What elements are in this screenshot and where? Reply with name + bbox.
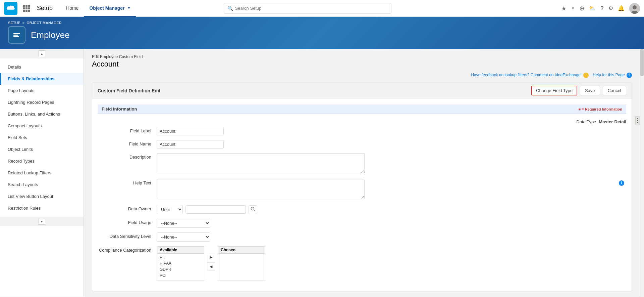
help-text-textarea[interactable] <box>157 179 365 199</box>
field-name-input[interactable] <box>157 140 224 148</box>
sidebar-scroll-down[interactable]: ▼ <box>0 217 84 226</box>
nav-tab-object-manager[interactable]: Object Manager ▼ <box>84 0 136 17</box>
data-owner-label: Data Owner <box>98 205 151 211</box>
sidebar: ▲ Details Fields & Relationships Page La… <box>0 49 84 297</box>
scrollbar-thumb[interactable] <box>640 49 644 76</box>
object-name: Employee <box>31 30 70 40</box>
compliance-move-right-btn[interactable]: ▶ <box>207 253 215 261</box>
help-text-label: Help Text <box>98 179 151 185</box>
field-name-field <box>157 140 626 148</box>
sub-banner: SETUP > OBJECT MANAGER Employee <box>0 17 644 49</box>
change-field-type-button[interactable]: Change Field Type <box>531 86 577 95</box>
field-info-header: Field Information ■ = Required Informati… <box>98 104 626 114</box>
idea-exchange-icon[interactable]: ! <box>583 73 589 78</box>
new-icon[interactable]: ⊕ <box>579 5 584 12</box>
compliance-chosen-list[interactable] <box>218 254 265 281</box>
description-label: Description <box>98 153 151 160</box>
field-name-row: Field Name <box>98 140 626 148</box>
compliance-available-wrap: Available PII HIPAA GDPR PCI <box>157 246 204 281</box>
sidebar-item-record-types[interactable]: Record Types <box>0 155 84 167</box>
scroll-up-btn[interactable]: ▲ <box>39 50 45 57</box>
compliance-item-pci[interactable]: PCI <box>157 272 204 279</box>
scroll-down-btn[interactable]: ▼ <box>39 218 45 225</box>
data-sensitivity-label: Data Sensitivity Level <box>98 232 151 239</box>
sidebar-scroll-up[interactable]: ▲ <box>0 49 84 58</box>
help-text-info-icon[interactable]: i <box>619 180 624 186</box>
compliance-move-left-btn[interactable]: ◀ <box>207 262 215 270</box>
gear-icon[interactable]: ⚙ <box>608 5 613 11</box>
compliance-item-gdpr[interactable]: GDPR <box>157 266 204 272</box>
sidebar-item-compact-layouts[interactable]: Compact Layouts <box>0 120 84 132</box>
data-owner-lookup-btn[interactable] <box>249 205 257 214</box>
field-edit-subtitle: Edit Employee Custom Field <box>92 54 632 59</box>
scroll-indicator-dot <box>637 120 638 121</box>
nav-tabs: Home Object Manager ▼ <box>61 0 136 17</box>
compliance-item-hipaa[interactable]: HIPAA <box>157 260 204 266</box>
save-button[interactable]: Save <box>580 86 600 95</box>
compliance-item-pii[interactable]: PII <box>157 254 204 260</box>
sidebar-item-fields-relationships[interactable]: Fields & Relationships <box>0 73 84 85</box>
compliance-chosen-header: Chosen <box>218 247 265 254</box>
data-owner-input[interactable] <box>185 205 246 214</box>
data-type-label: Data Type <box>576 119 596 124</box>
sidebar-item-lightning-record-pages[interactable]: Lightning Record Pages <box>0 96 84 108</box>
description-field <box>157 153 626 174</box>
app-switcher[interactable] <box>23 5 30 12</box>
breadcrumb-object-manager[interactable]: OBJECT MANAGER <box>26 21 62 25</box>
sidebar-item-field-sets[interactable]: Field Sets <box>0 132 84 143</box>
search-input[interactable] <box>235 6 388 11</box>
data-sensitivity-field: --None-- Low Medium High Restricted <box>157 232 626 242</box>
field-label-field <box>157 127 626 135</box>
sidebar-item-object-limits[interactable]: Object Limits <box>0 143 84 155</box>
field-label-input[interactable] <box>157 127 224 135</box>
help-link[interactable]: Help for this Page <box>593 73 625 77</box>
data-sensitivity-row: Data Sensitivity Level --None-- Low Medi… <box>98 232 626 242</box>
feedback-link[interactable]: Have feedback on lookup filters? Comment… <box>471 73 582 77</box>
field-name-label: Field Name <box>98 140 151 146</box>
help-text-row: Help Text i <box>98 179 626 200</box>
data-sensitivity-select[interactable]: --None-- Low Medium High Restricted <box>157 232 210 242</box>
compliance-label: Compliance Categorization <box>98 246 151 253</box>
svg-point-1 <box>633 5 637 9</box>
sidebar-item-list-view-button-layout[interactable]: List View Button Layout <box>0 190 84 202</box>
sidebar-item-buttons-links-actions[interactable]: Buttons, Links, and Actions <box>0 108 84 120</box>
compliance-arrows: ▶ ◀ <box>207 246 215 270</box>
avatar[interactable] <box>629 3 640 14</box>
content-scrollbar[interactable] <box>640 49 644 297</box>
content-area: Edit Employee Custom Field Account Have … <box>84 49 640 297</box>
form-card-title: Custom Field Definition Edit <box>98 88 160 93</box>
sidebar-item-page-layouts[interactable]: Page Layouts <box>0 85 84 96</box>
bell-icon[interactable]: 🔔 <box>618 5 625 11</box>
dropdown-icon: ▼ <box>127 6 130 10</box>
top-nav: Setup Home Object Manager ▼ 🔍 ★ ▼ ⊕ ⛅ ? … <box>0 0 644 17</box>
help-text-field: i <box>157 179 626 200</box>
description-row: Description <box>98 153 626 174</box>
scroll-indicator-dot <box>637 118 638 119</box>
favorites-dropdown-icon[interactable]: ▼ <box>571 6 575 10</box>
section-title: Field Information <box>102 107 137 112</box>
search-icon: 🔍 <box>227 6 233 11</box>
required-legend: ■ = Required Information <box>579 107 622 111</box>
compliance-available-list[interactable]: PII HIPAA GDPR PCI <box>157 254 204 281</box>
sidebar-item-restriction-rules[interactable]: Restriction Rules <box>0 202 84 214</box>
right-scroll-indicator[interactable] <box>635 116 640 125</box>
data-owner-row: Data Owner User Group Queue <box>98 205 626 214</box>
field-usage-select[interactable]: --None-- PII HIPAA GDPR PCI <box>157 219 210 228</box>
favorites-icon[interactable]: ★ <box>561 5 567 12</box>
sidebar-item-details[interactable]: Details <box>0 61 84 73</box>
help-icon[interactable]: ? <box>627 73 632 78</box>
sidebar-item-related-lookup-filters[interactable]: Related Lookup Filters <box>0 167 84 179</box>
sidebar-item-search-layouts[interactable]: Search Layouts <box>0 179 84 190</box>
breadcrumb-setup[interactable]: SETUP <box>8 21 20 25</box>
feedback-bar: Have feedback on lookup filters? Comment… <box>92 73 632 78</box>
breadcrumb-sep: > <box>22 21 24 25</box>
data-owner-select[interactable]: User Group Queue <box>157 205 183 214</box>
setup-title: Setup <box>37 5 53 12</box>
nav-tab-home[interactable]: Home <box>61 0 84 17</box>
cancel-button[interactable]: Cancel <box>603 86 626 95</box>
help-training-icon[interactable]: ⛅ <box>589 5 596 11</box>
sidebar-nav: Details Fields & Relationships Page Layo… <box>0 58 84 217</box>
description-textarea[interactable] <box>157 153 365 173</box>
question-icon[interactable]: ? <box>600 5 604 11</box>
search-bar: 🔍 <box>224 3 391 14</box>
